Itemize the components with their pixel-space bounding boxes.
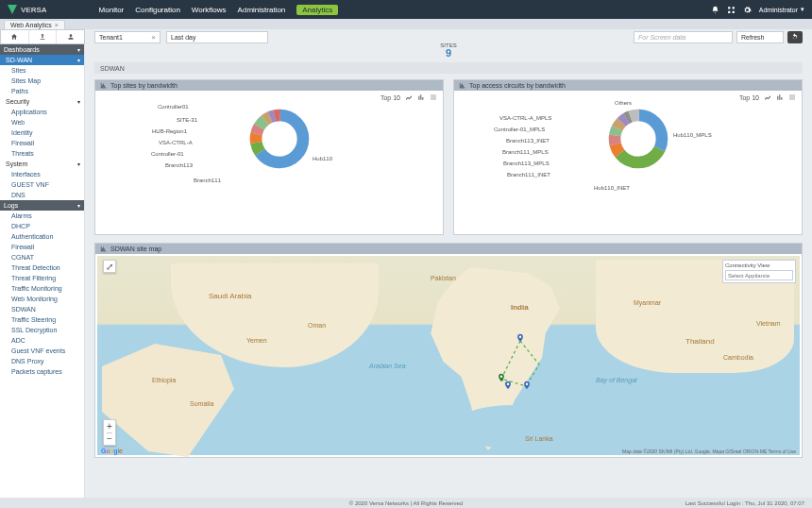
donut-label: SITE-31 <box>177 117 197 123</box>
sidebar-item-traffic-monitoring[interactable]: Traffic Monitoring <box>0 283 84 294</box>
sidebar-item-firewall[interactable]: Firewall <box>0 138 84 148</box>
svg-point-21 <box>507 383 510 386</box>
refresh-icon <box>791 33 799 41</box>
sidebar-item-guest-vnf-events[interactable]: Guest VNF events <box>0 346 84 356</box>
sidebar-item-alarms[interactable]: Alarms <box>0 211 84 221</box>
layout: Dashboards▾ SD-WAN▾ Sites Sites Map Path… <box>0 44 812 507</box>
topn-label[interactable]: Top 10 <box>739 94 759 101</box>
bell-icon[interactable] <box>711 6 719 14</box>
donut-label: Hub110_MPLS <box>673 132 712 138</box>
sidebar-item-security[interactable]: Security▾ <box>0 96 84 107</box>
donut-label: HUB-Region1 <box>152 128 187 134</box>
sites-badge[interactable]: SITES 9 <box>440 42 456 59</box>
sidebar-item-cgnat[interactable]: CGNAT <box>0 252 84 262</box>
sidebar-item-threat-filtering[interactable]: Threat Filtering <box>0 273 84 283</box>
search-context-input[interactable]: For Screen data <box>634 31 733 43</box>
panel-site-map-head: SDWAN site map <box>95 244 802 254</box>
export-button[interactable] <box>29 30 58 43</box>
map-body[interactable]: Saudi Arabia Yemen Oman India Sri Lanka … <box>95 254 802 457</box>
brand-text: VERSA <box>21 6 47 14</box>
sidebar-item-interfaces[interactable]: Interfaces <box>0 169 84 179</box>
gear-icon[interactable] <box>743 6 752 14</box>
map-legend: Connectivity View <box>722 260 796 283</box>
topn-label[interactable]: Top 10 <box>381 94 400 101</box>
donut-label: VSA-CTRL-A <box>159 140 193 145</box>
nav-analytics[interactable]: Analytics <box>296 5 338 15</box>
sidebar-item-dns-proxy[interactable]: DNS Proxy <box>0 356 84 366</box>
brand-logo: VERSA <box>8 5 47 14</box>
line-chart-icon[interactable] <box>764 93 771 101</box>
home-button[interactable] <box>1 30 29 43</box>
map-marker[interactable] <box>503 379 513 392</box>
sidebar-item-ssl-decryption[interactable]: SSL Decryption <box>0 325 84 335</box>
map-fullscreen-button[interactable]: ⤢ <box>103 260 116 273</box>
subtab-web-analytics[interactable]: Web Analytics × <box>4 20 65 29</box>
nav-workflows[interactable]: Workflows <box>192 6 227 14</box>
sidebar-item-threats[interactable]: Threats <box>0 148 84 159</box>
chart-icon <box>100 246 107 252</box>
tenant-select[interactable]: Tenant1 × <box>94 31 161 43</box>
sidebar-item-packets-captures[interactable]: Packets captures <box>0 366 84 377</box>
sidebar-item-guest-vnf[interactable]: GUEST VNF <box>0 179 84 190</box>
timerange-select[interactable]: Last day <box>166 31 268 43</box>
panel-top-circuits-head: Top access circuits by bandwidth <box>454 80 802 91</box>
refresh-select[interactable]: Refresh <box>736 31 784 43</box>
sidebar-item-system[interactable]: System▾ <box>0 159 84 169</box>
nav-monitor[interactable]: Monitor <box>99 6 125 14</box>
map-legend-select[interactable] <box>725 270 793 280</box>
sidebar-item-adc[interactable]: ADC <box>0 335 84 346</box>
label-srilanka: Sri Lanka <box>525 435 553 442</box>
grid-icon[interactable] <box>727 6 736 14</box>
sidebar-item-authentication[interactable]: Authentication <box>0 231 84 242</box>
user-menu[interactable]: Administrator ▾ <box>759 6 804 13</box>
sidebar-item-sites[interactable]: Sites <box>0 65 84 76</box>
sidebar-item-sdwan-logs[interactable]: SDWAN <box>0 304 84 314</box>
donut-label: Branch111 <box>194 178 221 183</box>
sidebar-item-web-monitoring[interactable]: Web Monitoring <box>0 294 84 304</box>
sidebar-item-firewall-logs[interactable]: Firewall <box>0 242 84 252</box>
toolbar-right: For Screen data Refresh <box>634 31 803 43</box>
chevron-down-icon: ▾ <box>77 98 80 105</box>
map-marker[interactable] <box>516 331 525 345</box>
donut-label: Controller-01_MPLS <box>494 127 545 132</box>
sidebar-item-identity[interactable]: Identity <box>0 127 84 138</box>
sidebar-section-dashboards[interactable]: Dashboards▾ <box>0 44 84 55</box>
panels-row: Top sites by bandwidth Top 10 <box>94 79 803 235</box>
nav-administration[interactable]: Administration <box>238 6 286 14</box>
sidebar-item-sdwan[interactable]: SD-WAN▾ <box>0 55 84 65</box>
line-chart-icon[interactable] <box>405 93 413 101</box>
refresh-button[interactable] <box>787 31 803 43</box>
donut-label: Controller-01 <box>151 151 184 157</box>
list-icon[interactable] <box>788 93 796 101</box>
bar-chart-icon[interactable] <box>776 93 784 101</box>
sidebar-item-dns[interactable]: DNS <box>0 190 84 200</box>
subtab-label: Web Analytics <box>10 22 52 28</box>
donut-label: Hub110 <box>313 156 332 161</box>
sidebar-item-web[interactable]: Web <box>0 117 84 127</box>
donut-label: Branch113 <box>165 162 193 168</box>
sidebar-item-sites-map[interactable]: Sites Map <box>0 76 84 86</box>
panel-top-sites-head: Top sites by bandwidth <box>95 80 443 91</box>
donut-label: Branch113_INET <box>506 138 550 144</box>
map-legend-title: Connectivity View <box>725 262 793 270</box>
nav-configuration[interactable]: Configuration <box>135 6 180 14</box>
filter-bar: Tenant1 × Last day <box>94 31 634 43</box>
donut-label: Branch111_INET <box>507 172 550 178</box>
clear-icon[interactable]: × <box>151 33 156 42</box>
sidebar-item-applications[interactable]: Applications <box>0 107 84 117</box>
export-icon <box>39 33 46 41</box>
label-saudi: Saudi Arabia <box>209 292 251 300</box>
user-settings-button[interactable] <box>57 30 84 43</box>
sidebar-item-dhcp[interactable]: DHCP <box>0 221 84 231</box>
map-zoom-out[interactable]: − <box>107 433 112 446</box>
close-icon[interactable]: × <box>55 22 59 28</box>
map-marker[interactable] <box>522 379 532 392</box>
sidebar-item-traffic-steering[interactable]: Traffic Steering <box>0 314 84 325</box>
bar-chart-icon[interactable] <box>417 93 425 101</box>
map-zoom-in[interactable]: + <box>107 420 112 433</box>
list-icon[interactable] <box>430 93 437 101</box>
user-icon <box>67 33 75 41</box>
sidebar-item-paths[interactable]: Paths <box>0 86 84 96</box>
sidebar-section-logs[interactable]: Logs▾ <box>0 200 84 211</box>
sidebar-item-threat-detection[interactable]: Threat Detection <box>0 262 84 273</box>
